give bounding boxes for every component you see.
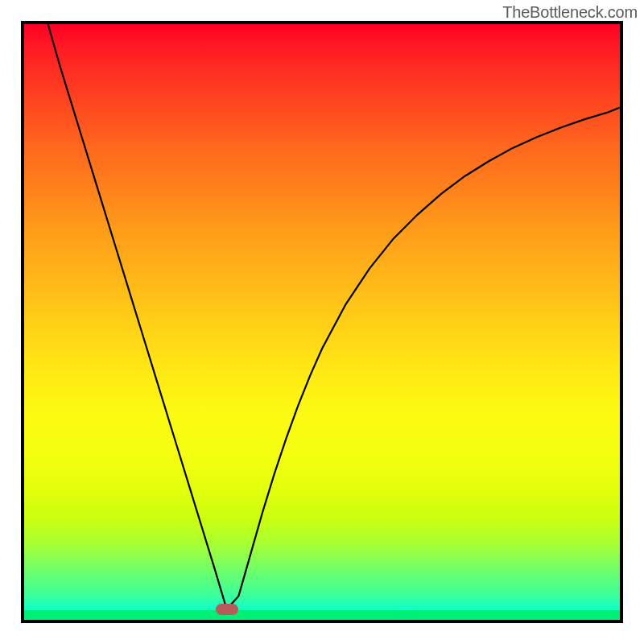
watermark-text: TheBottleneck.com <box>502 3 638 22</box>
plot-area <box>24 24 620 620</box>
chart-container: TheBottleneck.com <box>0 0 644 644</box>
bottleneck-curve-path <box>48 24 620 609</box>
minimum-marker <box>216 604 238 615</box>
curve-svg <box>24 24 620 620</box>
